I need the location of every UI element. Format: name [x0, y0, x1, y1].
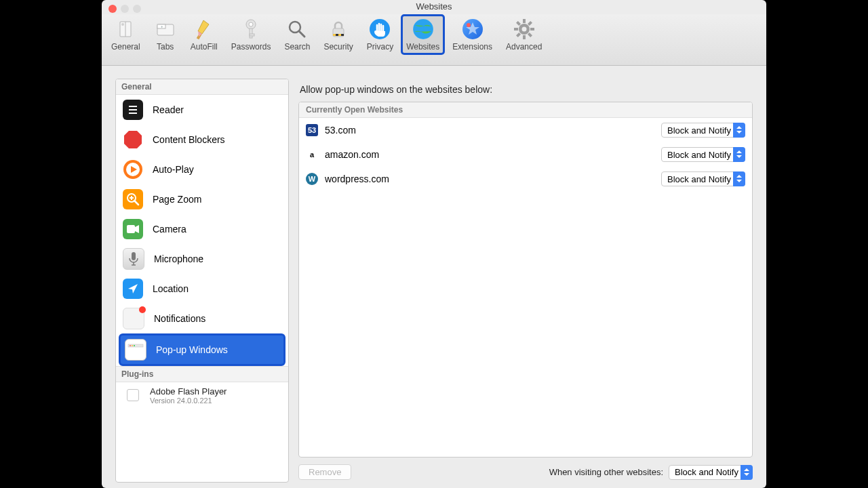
- tab-label: Search: [284, 42, 310, 52]
- sidebar-item-auto-play[interactable]: Auto-Play: [116, 155, 288, 184]
- sidebar: General Reader Content Blockers Auto-Pla…: [115, 79, 289, 483]
- websites-table: Currently Open Websites 53 53.com Block …: [298, 102, 753, 458]
- svg-rect-31: [514, 28, 518, 30]
- svg-rect-35: [516, 21, 521, 26]
- footer-label: When visiting other websites:: [549, 467, 663, 477]
- main-heading: Allow pop-up windows on the websites bel…: [300, 84, 753, 95]
- plugin-row[interactable]: Adobe Flash Player Version 24.0.0.221: [116, 382, 288, 411]
- lock-icon: [327, 18, 350, 41]
- tab-security[interactable]: Security: [319, 16, 357, 53]
- sidebar-item-label: Reader: [153, 104, 184, 115]
- site-option-select[interactable]: Block and Notify: [661, 123, 745, 138]
- tab-tabs[interactable]: + Tabs: [150, 16, 181, 53]
- notification-dot: [139, 306, 146, 313]
- main-panel: Allow pop-up windows on the websites bel…: [298, 79, 753, 483]
- sidebar-section-plugins: Plug-ins: [116, 366, 288, 382]
- svg-rect-19: [336, 34, 338, 36]
- default-option-select[interactable]: Block and Notify: [669, 465, 753, 480]
- sidebar-section-general: General: [116, 79, 288, 95]
- site-domain: wordpress.com: [325, 174, 661, 184]
- tab-label: Advanced: [506, 42, 542, 52]
- tab-autofill[interactable]: AutoFill: [186, 16, 222, 53]
- sidebar-item-reader[interactable]: Reader: [116, 95, 288, 125]
- sidebar-item-label: Camera: [153, 224, 186, 235]
- window-title: Websites: [102, 0, 766, 12]
- autofill-icon: [193, 18, 216, 41]
- microphone-icon: [123, 248, 144, 270]
- site-option-select[interactable]: Block and Notify: [661, 171, 745, 186]
- website-row[interactable]: W wordpress.com Block and Notify: [299, 167, 752, 191]
- close-button[interactable]: [108, 5, 117, 13]
- plugin-checkbox[interactable]: [127, 389, 139, 401]
- tab-label: Tabs: [157, 42, 174, 52]
- svg-point-2: [121, 23, 124, 26]
- svg-rect-32: [530, 28, 534, 30]
- website-row[interactable]: a amazon.com Block and Notify: [299, 142, 752, 167]
- sidebar-item-label: Page Zoom: [153, 194, 201, 205]
- site-domain: amazon.com: [325, 149, 661, 160]
- location-icon: [123, 279, 143, 299]
- general-icon: [114, 18, 137, 41]
- sidebar-item-label: Microphone: [154, 253, 203, 264]
- hand-icon: [368, 18, 391, 41]
- toolbar: General + Tabs AutoFill Passwords: [102, 14, 766, 66]
- tab-label: Passwords: [231, 42, 271, 52]
- reader-icon: [123, 100, 143, 120]
- minimize-button[interactable]: [121, 5, 129, 13]
- tab-label: Websites: [406, 42, 439, 52]
- svg-text:+: +: [161, 24, 163, 28]
- tab-general[interactable]: General: [107, 16, 144, 53]
- tab-extensions[interactable]: Extensions: [448, 16, 496, 53]
- sidebar-item-content-blockers[interactable]: Content Blockers: [116, 125, 288, 155]
- svg-rect-51: [132, 252, 136, 260]
- svg-point-56: [130, 345, 131, 346]
- site-favicon: 53: [306, 124, 318, 136]
- zoom-button[interactable]: [133, 5, 141, 13]
- tabs-icon: +: [154, 18, 177, 41]
- svg-rect-49: [127, 225, 135, 233]
- tab-label: General: [111, 42, 140, 52]
- stop-icon: [123, 129, 143, 150]
- svg-point-27: [467, 23, 471, 27]
- tab-advanced[interactable]: Advanced: [502, 16, 546, 53]
- svg-marker-41: [124, 131, 142, 148]
- site-option-select[interactable]: Block and Notify: [661, 147, 745, 162]
- sidebar-item-popup-windows[interactable]: Pop-up Windows: [119, 333, 285, 366]
- website-row[interactable]: 53 53.com Block and Notify: [299, 118, 752, 142]
- svg-line-48: [134, 201, 138, 205]
- tab-label: Privacy: [367, 42, 393, 52]
- sidebar-item-notifications[interactable]: Notifications: [116, 304, 288, 333]
- svg-line-14: [299, 31, 304, 37]
- tab-websites[interactable]: Websites: [401, 14, 445, 55]
- preferences-window: Websites General + Tabs AutoFill: [102, 0, 766, 488]
- tab-label: Security: [323, 42, 353, 52]
- tab-search[interactable]: Search: [280, 16, 314, 53]
- key-icon: [239, 18, 262, 41]
- notifications-icon: [123, 308, 144, 329]
- extensions-icon: [461, 18, 484, 41]
- svg-rect-29: [523, 19, 526, 23]
- svg-marker-7: [198, 20, 209, 34]
- sidebar-item-label: Content Blockers: [153, 134, 225, 145]
- sidebar-item-page-zoom[interactable]: Page Zoom: [116, 184, 288, 214]
- search-icon: [285, 18, 309, 41]
- table-header: Currently Open Websites: [299, 102, 752, 118]
- svg-point-58: [134, 345, 135, 346]
- sidebar-item-location[interactable]: Location: [116, 274, 288, 304]
- sidebar-item-microphone[interactable]: Microphone: [116, 244, 288, 274]
- svg-rect-36: [528, 33, 532, 37]
- tab-privacy[interactable]: Privacy: [363, 16, 397, 53]
- site-favicon: W: [306, 173, 318, 185]
- svg-rect-12: [250, 34, 254, 36]
- svg-rect-18: [333, 34, 336, 36]
- sidebar-item-camera[interactable]: Camera: [116, 214, 288, 244]
- play-icon: [123, 159, 143, 180]
- tab-passwords[interactable]: Passwords: [227, 16, 275, 53]
- svg-rect-34: [516, 33, 521, 37]
- zoom-icon: [123, 189, 143, 209]
- plugin-version: Version 24.0.0.221: [150, 396, 281, 405]
- remove-button[interactable]: Remove: [298, 464, 351, 480]
- site-domain: 53.com: [325, 125, 661, 136]
- svg-rect-30: [523, 35, 526, 39]
- sidebar-item-label: Notifications: [154, 313, 205, 324]
